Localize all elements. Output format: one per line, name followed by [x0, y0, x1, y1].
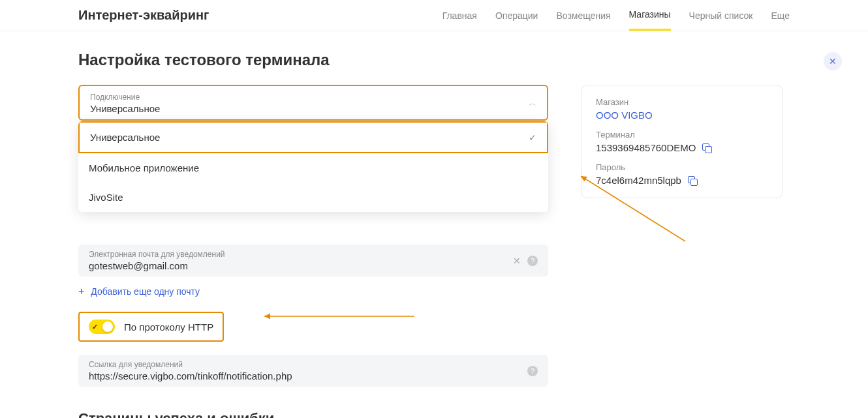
nav-shops[interactable]: Магазины — [629, 9, 671, 31]
copy-icon[interactable] — [688, 176, 697, 185]
dropdown-option-jivosite[interactable]: JivoSite — [78, 183, 548, 212]
dropdown-option-label: Мобильное приложение — [89, 162, 199, 173]
dropdown-option-mobile[interactable]: Мобильное приложение — [78, 153, 548, 183]
password-row: Пароль 7c4el6m42mn5lqpb — [596, 162, 768, 186]
nav-more[interactable]: Еще — [771, 10, 790, 30]
nav-home[interactable]: Главная — [442, 10, 477, 30]
brand-title: Интернет-эквайринг — [78, 8, 209, 23]
right-column: Магазин ООО VIGBO Терминал 1539369485760… — [581, 85, 783, 198]
email-field-value: gotestweb@gmail.com — [89, 260, 225, 271]
check-icon: ✓ — [529, 132, 536, 143]
dropdown-option-label: JivoSite — [89, 192, 123, 203]
url-field-label: Ссылка для уведомлений — [89, 360, 292, 369]
terminal-value: 1539369485760DEMO — [596, 142, 768, 153]
copy-icon[interactable] — [702, 143, 711, 153]
chevron-up-icon: ︿ — [529, 98, 536, 109]
top-nav: Главная Операции Возмещения Магазины Чер… — [442, 9, 790, 22]
add-email-link[interactable]: + Добавить еще одну почту — [78, 286, 548, 297]
annotation-arrow — [258, 310, 421, 325]
password-label: Пароль — [596, 162, 768, 172]
http-toggle-row: ✓ По протоколу HTTP — [78, 312, 224, 342]
help-icon[interactable]: ? — [527, 256, 538, 266]
help-icon[interactable]: ? — [527, 366, 538, 376]
left-column: Подключение Универсальное ︿ Универсально… — [78, 85, 548, 418]
section-success-error-title: Страницы успеха и ошибки — [78, 410, 548, 418]
layout: Подключение Универсальное ︿ Универсально… — [78, 85, 790, 418]
connection-select[interactable]: Подключение Универсальное ︿ Универсально… — [78, 85, 548, 121]
nav-operations[interactable]: Операции — [495, 10, 538, 30]
shop-value[interactable]: ООО VIGBO — [596, 110, 768, 121]
email-field[interactable]: Электронная почта для уведомлений gotest… — [78, 245, 548, 276]
shop-row: Магазин ООО VIGBO — [596, 97, 768, 121]
toggle-knob — [102, 321, 113, 332]
header: Интернет-эквайринг Главная Операции Возм… — [0, 0, 868, 31]
connection-dropdown: Универсальное ✓ Мобильное приложение Jiv… — [78, 121, 548, 212]
url-field-value: https://secure.vigbo.com/tinkoff/notific… — [89, 370, 292, 381]
dropdown-option-universal[interactable]: Универсальное ✓ — [78, 121, 548, 153]
add-email-label: Добавить еще одну почту — [91, 286, 200, 297]
clear-icon[interactable]: ✕ — [513, 256, 521, 266]
plus-icon: + — [78, 286, 84, 297]
shop-label: Магазин — [596, 97, 768, 107]
nav-blacklist[interactable]: Черный список — [689, 10, 753, 30]
http-toggle-label: По протоколу HTTP — [124, 321, 213, 333]
toggle-check-icon: ✓ — [92, 323, 98, 331]
page-title: Настройка тестового терминала — [78, 51, 790, 69]
dropdown-option-label: Универсальное — [90, 132, 160, 143]
terminal-label: Терминал — [596, 130, 768, 140]
terminal-row: Терминал 1539369485760DEMO — [596, 130, 768, 153]
connection-label: Подключение — [90, 93, 160, 102]
terminal-info-card: Магазин ООО VIGBO Терминал 1539369485760… — [581, 85, 783, 198]
connection-select-field[interactable]: Подключение Универсальное ︿ — [80, 86, 547, 119]
email-field-label: Электронная почта для уведомлений — [89, 250, 225, 259]
content: Настройка тестового терминала Подключени… — [0, 31, 868, 418]
notification-url-field[interactable]: Ссылка для уведомлений https://secure.vi… — [78, 355, 548, 387]
connection-value: Универсальное — [90, 103, 160, 114]
nav-refunds[interactable]: Возмещения — [556, 10, 610, 30]
password-value: 7c4el6m42mn5lqpb — [596, 175, 768, 186]
http-toggle[interactable]: ✓ — [89, 320, 115, 334]
